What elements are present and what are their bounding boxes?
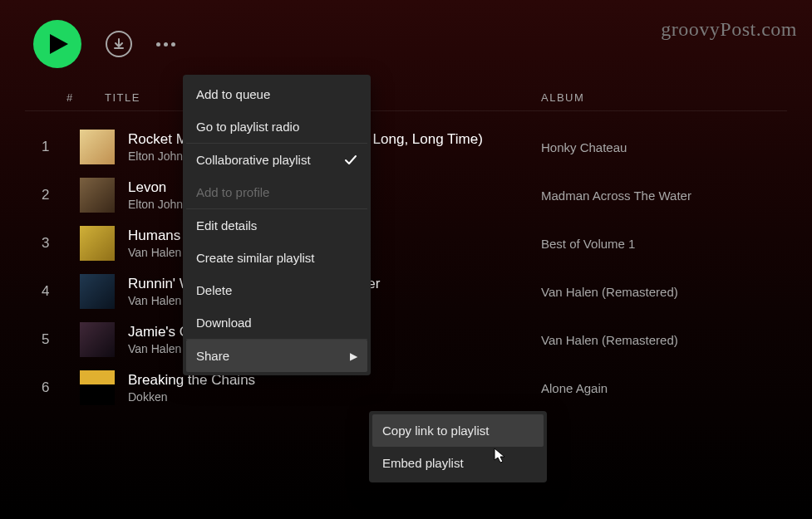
track-album[interactable]: Van Halen (Remastered) xyxy=(541,333,757,347)
checkmark-icon xyxy=(344,154,357,167)
download-icon xyxy=(106,31,132,57)
track-row[interactable]: 2 Levon Elton John Madman Across The Wat… xyxy=(25,171,787,219)
menu-add-to-profile[interactable]: Add to profile xyxy=(186,176,367,208)
column-header-album: ALBUM xyxy=(541,91,757,104)
track-artist[interactable]: Dokken xyxy=(128,390,541,404)
album-art xyxy=(80,178,115,213)
submenu-copy-link[interactable]: Copy link to playlist xyxy=(372,414,544,447)
toolbar xyxy=(0,0,812,83)
track-number: 2 xyxy=(42,187,80,203)
track-number: 1 xyxy=(42,139,80,155)
track-album[interactable]: Van Halen (Remastered) xyxy=(541,285,757,299)
menu-create-similar[interactable]: Create similar playlist xyxy=(186,242,367,274)
more-options-button[interactable] xyxy=(156,42,175,47)
menu-item-label: Share xyxy=(196,349,229,363)
track-row[interactable]: 3 Humans Being Van Halen Best of Volume … xyxy=(25,219,787,267)
column-header-number: # xyxy=(66,91,105,104)
svg-marker-0 xyxy=(50,34,68,54)
track-number: 3 xyxy=(42,235,80,252)
watermark: groovyPost.com xyxy=(661,18,797,41)
track-album[interactable]: Best of Volume 1 xyxy=(541,237,757,251)
menu-collaborative-playlist[interactable]: Collaborative playlist xyxy=(186,144,367,176)
menu-playlist-radio[interactable]: Go to playlist radio xyxy=(186,110,367,143)
album-art xyxy=(80,226,115,261)
dot-icon xyxy=(156,42,160,47)
album-art xyxy=(80,274,115,309)
track-number: 5 xyxy=(42,331,80,348)
context-menu: Add to queue Go to playlist radio Collab… xyxy=(183,75,371,375)
menu-add-to-queue[interactable]: Add to queue xyxy=(186,78,367,110)
dot-icon xyxy=(171,42,175,47)
share-submenu: Copy link to playlist Embed playlist xyxy=(369,411,547,482)
track-row[interactable]: 5 Jamie's Cryin' Van Halen Van Halen (Re… xyxy=(25,316,787,364)
chevron-right-icon: ▶ xyxy=(350,350,357,362)
menu-delete[interactable]: Delete xyxy=(186,274,367,306)
track-row[interactable]: 1 Rocket Man (I Think It's Going To Be A… xyxy=(25,123,787,171)
track-number: 4 xyxy=(42,283,80,300)
album-art xyxy=(80,322,115,357)
track-number: 6 xyxy=(42,379,80,396)
download-button[interactable] xyxy=(105,30,133,58)
track-album[interactable]: Honky Chateau xyxy=(541,140,757,154)
menu-item-label: Collaborative playlist xyxy=(196,153,311,167)
menu-share[interactable]: Share ▶ xyxy=(186,340,367,372)
track-row[interactable]: 6 Breaking the Chains Dokken Alone Again xyxy=(25,364,787,412)
play-icon xyxy=(50,34,68,54)
menu-download[interactable]: Download xyxy=(186,306,367,339)
play-button[interactable] xyxy=(33,20,81,68)
album-art xyxy=(80,130,115,164)
table-header: # TITLE ALBUM xyxy=(25,91,787,111)
track-album[interactable]: Alone Again xyxy=(541,381,757,395)
track-row[interactable]: 4 Runnin' With The Devil - 2015 Remaster… xyxy=(25,267,787,316)
menu-edit-details[interactable]: Edit details xyxy=(186,209,367,242)
track-album[interactable]: Madman Across The Water xyxy=(541,189,757,203)
dot-icon xyxy=(164,42,168,47)
album-art xyxy=(80,370,115,405)
track-info: Breaking the Chains Dokken xyxy=(128,372,541,404)
submenu-embed[interactable]: Embed playlist xyxy=(372,447,544,479)
track-list: 1 Rocket Man (I Think It's Going To Be A… xyxy=(0,111,812,412)
